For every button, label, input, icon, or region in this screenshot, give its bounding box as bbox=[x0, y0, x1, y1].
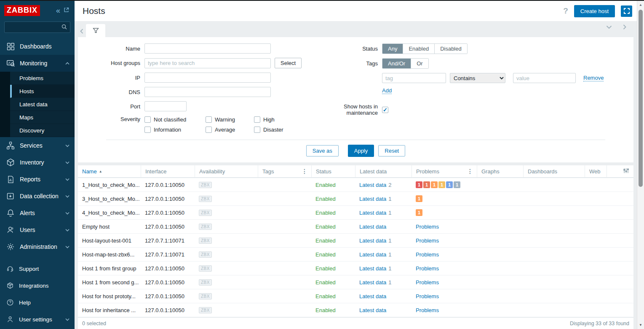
host-name-link[interactable]: Host for inheritance ... bbox=[82, 307, 136, 313]
host-name-link[interactable]: 4_Host_to_check_Mo... bbox=[82, 210, 140, 216]
create-host-button[interactable]: Create host bbox=[574, 5, 615, 17]
host-name-link[interactable]: Host for host prototy... bbox=[82, 293, 136, 299]
tags-option-or[interactable]: Or bbox=[411, 59, 428, 68]
sidebar-item-data-collection[interactable]: Data collection bbox=[0, 188, 75, 205]
sidebar-item-administration[interactable]: Administration bbox=[0, 238, 75, 255]
host-name-link[interactable]: 3_Host_to_check_Mo... bbox=[82, 196, 140, 202]
problem-severity-badge[interactable]: 1 bbox=[454, 181, 460, 188]
collapse-sidebar-icon[interactable]: « bbox=[56, 7, 60, 14]
latest-data-link[interactable]: Latest data bbox=[359, 196, 386, 202]
severity-option-average[interactable]: Average bbox=[206, 127, 254, 133]
sidebar-item-support[interactable]: Support bbox=[0, 260, 75, 277]
filter-tab[interactable] bbox=[86, 24, 105, 37]
chevron-right-icon[interactable] bbox=[623, 24, 626, 30]
problems-column-menu-icon[interactable]: ⋮ bbox=[467, 168, 477, 175]
host-name-link[interactable]: 1_Host_to_check_Mo... bbox=[82, 182, 140, 188]
host-groups-select-button[interactable]: Select bbox=[275, 58, 302, 68]
tags-column-menu-icon[interactable]: ⋮ bbox=[302, 168, 311, 175]
sidebar-item-user-settings[interactable]: User settings bbox=[0, 311, 75, 328]
latest-data-link[interactable]: Latest data bbox=[359, 210, 386, 216]
host-name-link[interactable]: Host 1 from second g... bbox=[82, 279, 139, 286]
severity-option-disaster[interactable]: Disaster bbox=[254, 127, 313, 133]
help-icon[interactable]: ? bbox=[563, 6, 568, 16]
problem-severity-badge[interactable]: 1 bbox=[446, 181, 453, 188]
column-header-name[interactable]: Name ▲ bbox=[78, 165, 141, 177]
port-input[interactable] bbox=[144, 101, 187, 111]
status-option-enabled[interactable]: Enabled bbox=[403, 44, 434, 54]
reset-button[interactable]: Reset bbox=[378, 145, 405, 156]
sidebar-item-inventory[interactable]: Inventory bbox=[0, 154, 75, 171]
search-icon[interactable] bbox=[61, 24, 67, 32]
submenu-item-maps[interactable]: Maps bbox=[10, 111, 75, 124]
hide-sidebar-icon[interactable] bbox=[63, 7, 69, 15]
sidebar-item-reports[interactable]: Reports bbox=[0, 171, 75, 188]
submenu-item-discovery[interactable]: Discovery bbox=[10, 124, 75, 137]
sidebar-item-alerts[interactable]: Alerts bbox=[0, 205, 75, 221]
latest-data-link[interactable]: Latest data bbox=[359, 293, 386, 299]
ip-input[interactable] bbox=[144, 73, 271, 83]
host-groups-input[interactable] bbox=[144, 58, 271, 68]
tag-name-input[interactable] bbox=[382, 73, 446, 83]
table-columns-config-icon[interactable] bbox=[623, 167, 629, 175]
problem-severity-badge[interactable]: 1 bbox=[416, 209, 422, 216]
problem-severity-badge[interactable]: 1 bbox=[431, 181, 438, 188]
problem-severity-badge[interactable]: 1 bbox=[423, 181, 430, 188]
host-name-link[interactable]: Host-map-test-zbx6... bbox=[82, 251, 134, 258]
latest-data-link[interactable]: Latest data bbox=[359, 182, 386, 188]
problem-severity-badge[interactable]: 1 bbox=[416, 195, 422, 202]
problem-severity-badge[interactable]: 1 bbox=[438, 181, 445, 188]
scroll-up-arrow-icon[interactable]: ▲ bbox=[637, 3, 644, 7]
severity-option-information[interactable]: Information bbox=[144, 127, 206, 133]
zabbix-logo[interactable]: ZABBIX bbox=[4, 5, 40, 16]
problems-link[interactable]: Problems bbox=[416, 224, 439, 230]
tag-operator-select[interactable]: Contains bbox=[450, 73, 505, 83]
severity-option-warning[interactable]: Warning bbox=[206, 116, 254, 123]
problems-link[interactable]: Problems bbox=[416, 237, 439, 244]
status-option-any[interactable]: Any bbox=[382, 44, 403, 54]
sidebar-item-dashboards[interactable]: Dashboards bbox=[0, 38, 75, 55]
sidebar-item-integrations[interactable]: Integrations bbox=[0, 277, 75, 294]
problems-link[interactable]: Problems bbox=[416, 307, 439, 313]
status-option-disabled[interactable]: Disabled bbox=[434, 44, 467, 54]
problems-link[interactable]: Problems bbox=[416, 265, 439, 272]
chevron-left-icon[interactable] bbox=[80, 29, 83, 34]
kiosk-mode-button[interactable] bbox=[621, 5, 632, 17]
problems-link[interactable]: Problems bbox=[416, 251, 439, 258]
scroll-down-arrow-icon[interactable]: ▼ bbox=[637, 323, 644, 327]
host-name-link[interactable]: Empty host bbox=[82, 224, 110, 230]
sidebar-item-services[interactable]: Services bbox=[0, 137, 75, 154]
sidebar-item-users[interactable]: Users bbox=[0, 221, 75, 238]
tag-add-link[interactable]: Add bbox=[382, 87, 392, 94]
vertical-scrollbar[interactable]: ▲ ▼ bbox=[637, 1, 644, 329]
submenu-item-latest-data[interactable]: Latest data bbox=[10, 98, 75, 111]
latest-data-link[interactable]: Latest data bbox=[359, 265, 386, 272]
host-name-link[interactable]: Host-layout-test-001 bbox=[82, 237, 131, 244]
tags-option-andor[interactable]: And/Or bbox=[382, 59, 411, 68]
submenu-item-problems[interactable]: Problems bbox=[10, 72, 75, 85]
latest-data-link[interactable]: Latest data bbox=[359, 279, 386, 286]
severity-option-high[interactable]: High bbox=[254, 116, 313, 123]
tag-value-input[interactable] bbox=[513, 73, 576, 83]
tag-remove-link[interactable]: Remove bbox=[583, 75, 604, 81]
save-as-button[interactable]: Save as bbox=[306, 145, 339, 156]
sidebar-item-monitoring[interactable]: Monitoring bbox=[0, 55, 75, 72]
latest-data-link[interactable]: Latest data bbox=[359, 251, 386, 258]
maintenance-checkbox[interactable] bbox=[382, 107, 388, 113]
latest-data-link[interactable]: Latest data bbox=[359, 224, 386, 230]
latest-data-link[interactable]: Latest data bbox=[359, 307, 386, 313]
chevron-collapse-filter-icon[interactable] bbox=[606, 25, 612, 29]
dns-input[interactable] bbox=[144, 87, 271, 97]
problems-link[interactable]: Problems bbox=[416, 279, 439, 286]
scrollbar-thumb[interactable] bbox=[639, 10, 643, 187]
name-filter-input[interactable] bbox=[144, 43, 271, 54]
search-input[interactable] bbox=[4, 22, 70, 33]
submenu-item-hosts[interactable]: Hosts bbox=[10, 85, 75, 98]
column-header-label[interactable]: Name bbox=[82, 168, 97, 175]
host-name-link[interactable]: Host 1 from first group bbox=[82, 265, 136, 272]
apply-button[interactable]: Apply bbox=[348, 145, 374, 157]
problem-severity-badge[interactable]: 1 bbox=[416, 181, 422, 188]
severity-option-not-classified[interactable]: Not classified bbox=[144, 116, 206, 123]
problems-link[interactable]: Problems bbox=[416, 293, 439, 299]
latest-data-link[interactable]: Latest data bbox=[359, 237, 386, 244]
sidebar-item-help[interactable]: Help bbox=[0, 294, 75, 311]
